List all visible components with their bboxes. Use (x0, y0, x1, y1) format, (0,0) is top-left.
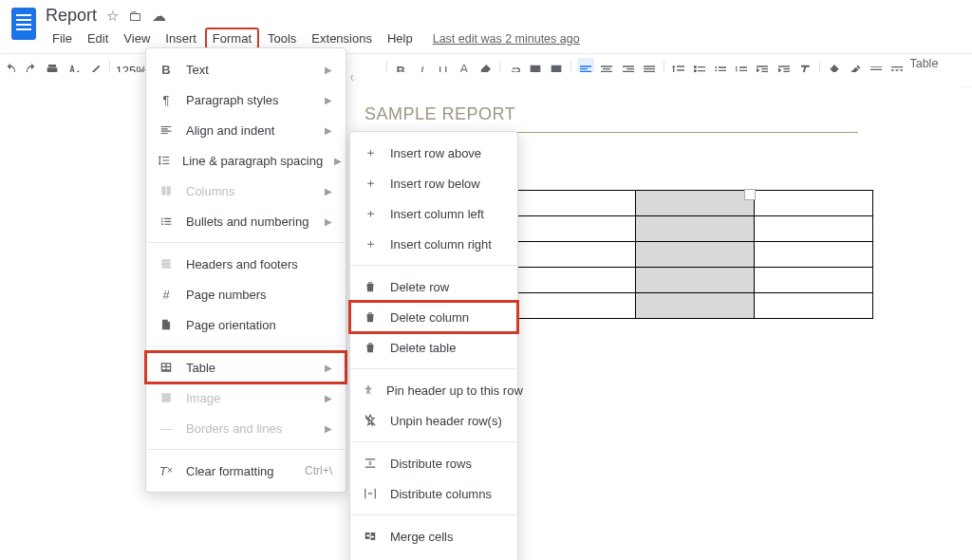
chevron-right-icon: ▶ (325, 393, 332, 403)
format-headers-footers[interactable]: Headers and footers (146, 249, 346, 279)
menu-divider (350, 514, 517, 515)
clear-icon: T× (158, 464, 175, 478)
plus-icon: ＋ (362, 144, 379, 161)
move-icon[interactable]: 🗀 (128, 8, 142, 24)
shortcut-label: Ctrl+\ (305, 464, 332, 477)
table-icon (158, 361, 175, 374)
table-delete-column[interactable]: Delete column (350, 302, 517, 332)
table-cell[interactable] (517, 293, 636, 319)
chevron-right-icon: ▶ (325, 65, 332, 75)
menu-insert[interactable]: Insert (159, 28, 203, 48)
table-cell[interactable] (517, 216, 636, 242)
table-insert-row-above[interactable]: ＋Insert row above (350, 138, 517, 168)
distribute-cols-icon (362, 487, 379, 500)
menubar: File Edit View Insert Format Tools Exten… (46, 28, 580, 49)
document-table[interactable] (516, 190, 873, 319)
table-distribute-cols[interactable]: Distribute columns (350, 478, 517, 509)
list-icon (158, 215, 175, 228)
menu-divider (350, 441, 517, 442)
trash-icon (362, 280, 379, 293)
orientation-icon (158, 318, 175, 331)
plus-icon: ＋ (362, 175, 379, 192)
trash-icon (362, 310, 379, 324)
table-cell[interactable] (755, 242, 873, 268)
table-cell-selected[interactable] (636, 268, 755, 293)
format-menu: BText▶ ¶Paragraph styles▶ Align and inde… (145, 47, 346, 493)
plus-icon: ＋ (362, 235, 379, 252)
unpin-icon (362, 414, 379, 427)
table-submenu: ＋Insert row above ＋Insert row below ＋Ins… (349, 131, 518, 560)
hash-icon: # (158, 288, 175, 302)
star-icon[interactable]: ☆ (106, 8, 119, 25)
image-icon (158, 391, 175, 404)
trash-icon (362, 341, 379, 354)
cloud-status-icon[interactable]: ☁ (152, 8, 166, 25)
table-delete-row[interactable]: Delete row (350, 271, 517, 302)
menu-divider (350, 265, 517, 266)
table-cell[interactable] (755, 216, 873, 242)
table-insert-row-below[interactable]: ＋Insert row below (350, 168, 517, 198)
page-heading: SAMPLE REPORT (364, 104, 961, 124)
format-page-numbers[interactable]: #Page numbers (146, 279, 346, 309)
format-table[interactable]: Table▶ (146, 352, 346, 383)
table-insert-col-right[interactable]: ＋Insert column right (350, 229, 517, 259)
chevron-right-icon: ▶ (325, 95, 332, 105)
paragraph-icon: ¶ (158, 93, 175, 107)
merge-icon (362, 530, 379, 543)
text-icon: B (158, 63, 175, 77)
table-cell[interactable] (755, 268, 873, 293)
borders-icon: — (158, 421, 175, 436)
menu-divider (146, 449, 346, 450)
columns-icon (158, 184, 175, 197)
table-cell[interactable] (755, 191, 873, 216)
table-distribute-rows[interactable]: Distribute rows (350, 448, 517, 478)
table-merge-cells[interactable]: Merge cells (350, 521, 517, 551)
format-text[interactable]: BText▶ (146, 54, 346, 84)
table-pin-header[interactable]: Pin header up to this row (350, 375, 517, 405)
table-cell-selected[interactable] (636, 242, 755, 268)
spacing-icon (158, 154, 171, 167)
table-cell[interactable] (755, 293, 873, 319)
table-delete-table[interactable]: Delete table (350, 332, 517, 363)
menu-extensions[interactable]: Extensions (305, 28, 379, 48)
menu-file[interactable]: File (46, 28, 79, 48)
table-cell[interactable] (517, 268, 636, 293)
menu-view[interactable]: View (117, 28, 157, 48)
menu-divider (350, 368, 517, 369)
chevron-right-icon: ▶ (325, 423, 332, 434)
chevron-right-icon: ▶ (325, 186, 332, 196)
table-cell[interactable] (517, 191, 636, 216)
chevron-right-icon: ▶ (334, 156, 342, 166)
format-paragraph-styles[interactable]: ¶Paragraph styles▶ (146, 84, 346, 115)
menu-edit[interactable]: Edit (81, 28, 115, 48)
chevron-right-icon: ▶ (325, 125, 332, 136)
last-edit-link[interactable]: Last edit was 2 minutes ago (433, 32, 580, 46)
table-cell[interactable] (517, 242, 636, 268)
menu-format[interactable]: Format (205, 28, 259, 49)
format-image: Image▶ (146, 383, 346, 413)
docs-logo[interactable] (11, 8, 36, 40)
table-cell-selected[interactable] (636, 191, 755, 216)
doc-title[interactable]: Report (46, 6, 97, 26)
table-cell-selected[interactable] (636, 293, 755, 319)
menu-tools[interactable]: Tools (261, 28, 303, 48)
table-cell-selected[interactable] (636, 216, 755, 242)
titlebar: Report ☆ 🗀 ☁ File Edit View Insert Forma… (0, 0, 972, 49)
format-bullets-numbering[interactable]: Bullets and numbering▶ (146, 206, 346, 236)
table-unmerge-cells: Unmerge cells (350, 551, 517, 560)
table-insert-col-left[interactable]: ＋Insert column left (350, 198, 517, 229)
format-columns: Columns▶ (146, 176, 346, 206)
format-align-indent[interactable]: Align and indent▶ (146, 115, 346, 145)
format-borders-lines: —Borders and lines▶ (146, 413, 346, 443)
menu-help[interactable]: Help (381, 28, 420, 48)
format-line-spacing[interactable]: Line & paragraph spacing▶ (146, 145, 346, 176)
chevron-right-icon: ▶ (325, 363, 332, 373)
format-clear-formatting[interactable]: T×Clear formattingCtrl+\ (146, 456, 346, 486)
chevron-right-icon: ▶ (325, 216, 332, 227)
align-icon (158, 123, 175, 137)
page[interactable]: SAMPLE REPORT (353, 72, 961, 133)
menu-divider (146, 242, 346, 243)
table-unpin-header[interactable]: Unpin header row(s) (350, 405, 517, 436)
format-page-orientation[interactable]: Page orientation (146, 309, 346, 340)
plus-icon: ＋ (362, 205, 379, 222)
